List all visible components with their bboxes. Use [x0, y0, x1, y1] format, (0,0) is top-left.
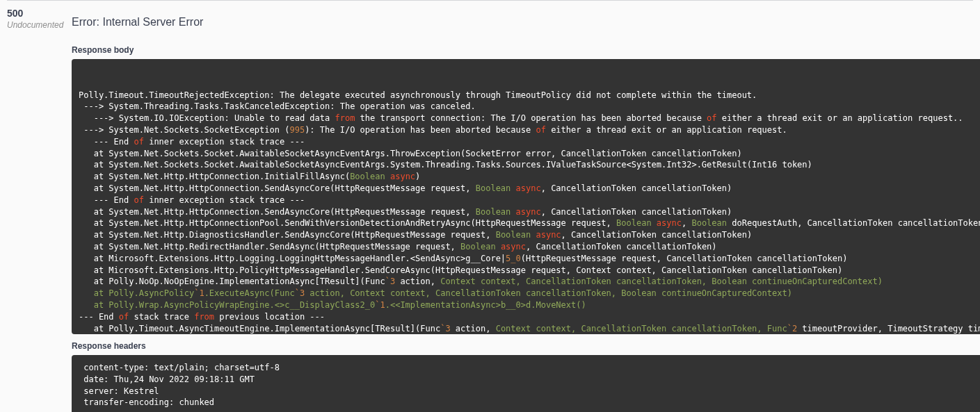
response-body-block: Polly.Timeout.TimeoutRejectedException: … [72, 59, 980, 334]
status-code: 500 [7, 8, 72, 19]
response-body-heading: Response body [72, 45, 980, 55]
status-undocumented: Undocumented [7, 20, 72, 30]
response-headers-block: content-type: text/plain; charset=utf-8 … [72, 355, 980, 412]
error-title: Error: Internal Server Error [72, 16, 980, 28]
response-headers-heading: Response headers [72, 341, 980, 351]
stack-trace-text: Polly.Timeout.TimeoutRejectedException: … [79, 90, 980, 334]
top-divider [7, 0, 973, 1]
